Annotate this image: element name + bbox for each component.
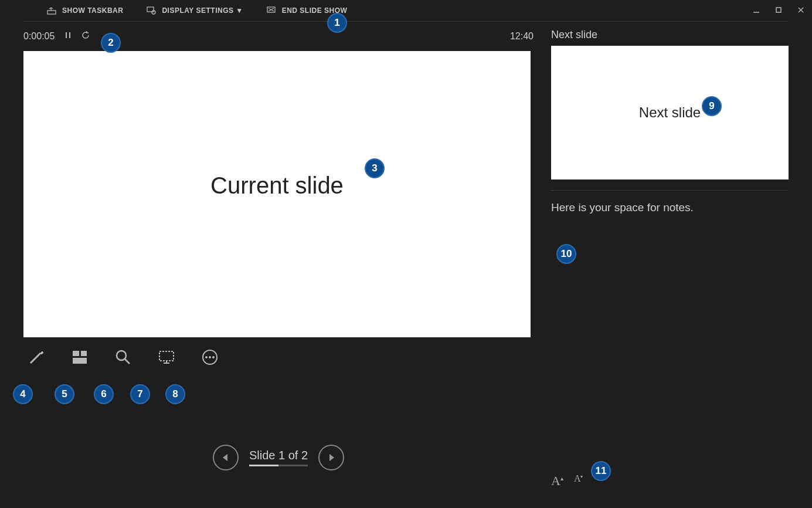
zoom-button[interactable] xyxy=(114,348,132,367)
svg-marker-29 xyxy=(223,454,227,461)
svg-rect-1 xyxy=(776,8,781,12)
previous-slide-button[interactable] xyxy=(213,445,239,470)
decrease-font-button[interactable]: A▾ xyxy=(574,473,583,489)
taskbar-icon xyxy=(47,6,56,15)
restart-button[interactable] xyxy=(81,31,90,42)
elapsed-time: 0:00:05 xyxy=(23,31,55,42)
display-settings-button[interactable]: DISPLAY SETTINGS ▼ xyxy=(147,6,243,15)
restore-button[interactable] xyxy=(773,5,784,15)
slide-counter: Slide 1 of 2 xyxy=(249,449,308,462)
clock-time: 12:40 xyxy=(510,31,534,42)
pause-button[interactable] xyxy=(64,31,72,42)
minimize-button[interactable] xyxy=(751,5,762,15)
more-options-button[interactable] xyxy=(201,348,219,367)
svg-point-20 xyxy=(117,351,126,360)
svg-rect-18 xyxy=(81,351,87,356)
svg-rect-19 xyxy=(73,358,87,364)
timer-row: 0:00:05 12:40 xyxy=(23,22,534,51)
svg-marker-30 xyxy=(329,454,334,461)
notes-area[interactable]: Here is your space for notes. xyxy=(551,201,789,473)
display-settings-icon xyxy=(147,6,156,15)
close-button[interactable] xyxy=(796,5,806,15)
display-settings-label: DISPLAY SETTINGS ▼ xyxy=(162,6,243,15)
next-slide-button[interactable] xyxy=(318,445,344,470)
end-slideshow-button[interactable]: END SLIDE SHOW xyxy=(267,6,348,15)
svg-point-27 xyxy=(209,357,211,358)
separator xyxy=(551,190,789,191)
increase-font-button[interactable]: A▴ xyxy=(551,473,563,489)
svg-point-26 xyxy=(206,357,208,358)
svg-line-21 xyxy=(125,359,130,364)
current-slide-text: Current slide xyxy=(210,172,344,199)
toolbar: SHOW TASKBAR DISPLAY SETTINGS ▼ END SLID… xyxy=(23,0,789,22)
svg-rect-17 xyxy=(73,351,79,356)
end-slideshow-label: END SLIDE SHOW xyxy=(282,6,348,15)
end-slideshow-icon xyxy=(267,6,276,15)
next-slide-text: Next slide xyxy=(639,104,701,121)
see-all-slides-button[interactable] xyxy=(70,348,89,367)
svg-rect-22 xyxy=(159,351,174,361)
svg-rect-4 xyxy=(47,11,56,14)
show-taskbar-label: SHOW TASKBAR xyxy=(62,6,123,15)
slide-progress xyxy=(249,465,308,466)
next-slide-label: Next slide xyxy=(551,22,789,46)
svg-line-15 xyxy=(30,353,40,363)
next-slide-thumbnail[interactable]: Next slide xyxy=(551,46,789,180)
show-taskbar-button[interactable]: SHOW TASKBAR xyxy=(47,6,123,15)
current-slide[interactable]: Current slide xyxy=(23,51,531,337)
svg-point-28 xyxy=(213,357,215,358)
black-screen-button[interactable] xyxy=(157,348,176,367)
svg-marker-16 xyxy=(40,351,43,354)
pen-tool-button[interactable] xyxy=(27,348,46,367)
